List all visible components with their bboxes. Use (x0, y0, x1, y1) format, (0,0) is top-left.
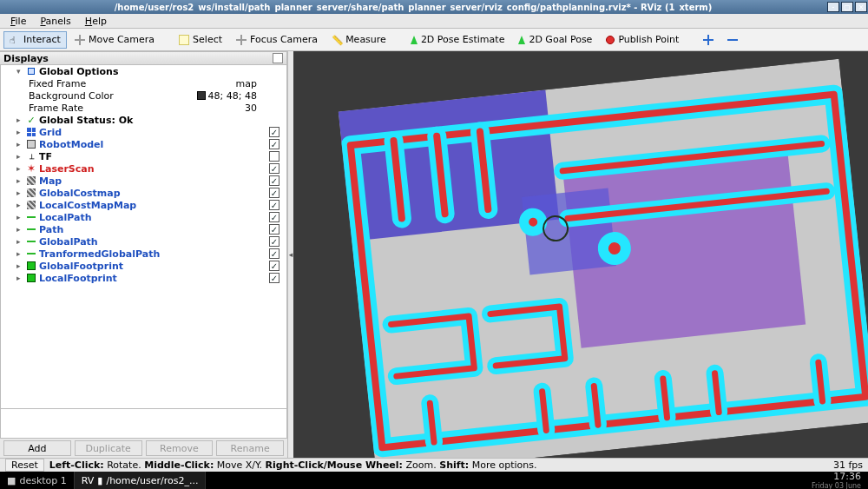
displays-panel-dock-toggle[interactable] (273, 53, 283, 63)
tree-item-gfp[interactable]: ▸GlobalFootprint✓ (1, 260, 286, 272)
tool-pose-estimate-label: 2D Pose Estimate (421, 34, 505, 45)
tree-background-color-value[interactable]: 48; 48; 48 (197, 90, 257, 102)
tree-item-tf-checkbox[interactable] (269, 151, 279, 162)
tree-item-gpath[interactable]: ▸GlobalPath✓ (1, 235, 286, 248)
tree-background-color[interactable]: Background Color 48; 48; 48 (1, 89, 286, 102)
tree-fixed-frame-value[interactable]: map (236, 78, 257, 89)
menu-help[interactable]: Help (78, 15, 114, 28)
taskbar-clock: 17:36 Friday 03 June (805, 471, 868, 489)
path-icon (27, 225, 36, 234)
tree-item-lfp-checkbox[interactable]: ✓ (269, 273, 279, 283)
focus-camera-icon (236, 35, 247, 45)
tool-2d-goal-pose[interactable]: 2D Goal Pose (512, 31, 598, 49)
tree-item-grid[interactable]: ▸Grid✓ (1, 126, 286, 138)
select-icon (179, 35, 189, 45)
add-display-button[interactable]: Add (3, 440, 71, 456)
tf-icon: ⟂ (30, 152, 34, 161)
tree-item-lpath-label: LocalPath (39, 212, 92, 223)
pose-estimate-icon (411, 36, 418, 44)
tree-item-map-checkbox[interactable]: ✓ (269, 175, 279, 186)
tree-item-robot-checkbox[interactable]: ✓ (269, 139, 279, 149)
tool-2d-pose-estimate[interactable]: 2D Pose Estimate (404, 31, 511, 49)
laser-icon: ✶ (27, 162, 36, 175)
rename-display-button[interactable]: Rename (216, 440, 284, 456)
tree-item-tf[interactable]: ▸⟂TF (1, 150, 286, 162)
tree-global-options-label: Global Options (39, 66, 118, 77)
menu-file[interactable]: File (3, 15, 33, 28)
tree-item-path-label: Path (39, 224, 63, 235)
tree-item-grid-checkbox[interactable]: ✓ (269, 127, 279, 137)
tree-item-tgpath-checkbox[interactable]: ✓ (269, 248, 279, 259)
tool-interact[interactable]: ☝ Interact (3, 31, 67, 49)
menubar: File Panels Help (0, 14, 868, 29)
tree-item-lcost-label: LocalCostMapMap (39, 200, 136, 211)
tree-item-tgpath[interactable]: ▸TranformedGlobalPath✓ (1, 248, 286, 260)
tree-item-tf-label: TF (39, 151, 52, 162)
menu-panels[interactable]: Panels (33, 15, 77, 28)
tree-global-status[interactable]: ▸ ✓ Global Status: Ok (1, 114, 286, 126)
tree-frame-rate[interactable]: Frame Rate 30 (1, 102, 286, 114)
tree-item-gcost-checkbox[interactable]: ✓ (269, 188, 279, 198)
tool-measure[interactable]: 📏 Measure (326, 31, 392, 49)
tree-global-status-label: Global Status: Ok (39, 115, 133, 126)
tree-item-gfp-checkbox[interactable]: ✓ (269, 261, 279, 271)
tree-item-laser-checkbox[interactable]: ✓ (269, 163, 279, 174)
duplicate-display-button[interactable]: Duplicate (75, 440, 142, 456)
tool-focus-camera[interactable]: Focus Camera (230, 31, 324, 49)
displays-panel-header[interactable]: Displays (0, 51, 287, 65)
tool-add-unknown[interactable] (697, 31, 720, 49)
lpath-icon (27, 213, 36, 221)
taskbar-workspace[interactable]: ■ desktop 1 (0, 472, 75, 489)
tree-item-gpath-checkbox[interactable]: ✓ (269, 236, 279, 247)
tree-fixed-frame[interactable]: Fixed Frame map (1, 77, 286, 89)
tree-item-gcost-label: GlobalCostmap (39, 188, 121, 199)
tree-global-options[interactable]: ▾ Global Options (1, 65, 286, 77)
tool-move-camera-label: Move Camera (89, 34, 155, 45)
tree-item-path[interactable]: ▸Path✓ (1, 223, 286, 235)
tree-item-map-label: Map (39, 175, 62, 187)
map-icon (27, 176, 36, 185)
grid-icon (27, 128, 36, 136)
tree-item-robot-label: RobotModel (39, 139, 103, 150)
viewport-3d[interactable] (293, 51, 868, 458)
window-maximize-button[interactable]: ▢ (841, 2, 853, 12)
tool-interact-label: Interact (23, 34, 61, 45)
tool-move-camera[interactable]: Move Camera (69, 31, 161, 49)
statusbar: Reset Left-Click: Rotate. Middle-Click: … (0, 458, 868, 472)
tool-remove-unknown[interactable] (721, 31, 744, 49)
tree-item-map[interactable]: ▸Map✓ (1, 175, 286, 187)
window-title: /home/user/ros2_ws/install/path_planner_… (115, 3, 713, 12)
gfp-icon (27, 261, 36, 270)
displays-panel: Displays ▾ Global Options Fixed Frame ma… (0, 51, 288, 458)
move-camera-icon (75, 35, 85, 45)
tree-item-grid-label: Grid (39, 127, 62, 138)
tree-item-lcost[interactable]: ▸LocalCostMapMap✓ (1, 199, 286, 211)
robot-icon (27, 140, 36, 149)
taskbar-window-entry[interactable]: RV▮ /home/user/ros2_... (75, 472, 207, 489)
options-icon (28, 68, 35, 75)
window-minimize-button[interactable]: ‐ (827, 2, 839, 12)
tool-publish-point[interactable]: Publish Point (600, 31, 685, 49)
tool-measure-label: Measure (345, 34, 386, 45)
tree-item-path-checkbox[interactable]: ✓ (269, 224, 279, 235)
measure-icon: 📏 (332, 35, 342, 45)
tree-frame-rate-value[interactable]: 30 (245, 102, 257, 114)
tree-item-lcost-checkbox[interactable]: ✓ (269, 200, 279, 210)
tool-select[interactable]: Select (173, 31, 228, 49)
tree-item-gcost[interactable]: ▸GlobalCostmap✓ (1, 187, 286, 199)
tree-item-lpath-checkbox[interactable]: ✓ (269, 212, 279, 222)
displays-tree[interactable]: ▾ Global Options Fixed Frame map Backgro… (0, 65, 287, 409)
plus-icon (703, 35, 713, 45)
tree-item-lpath[interactable]: ▸LocalPath✓ (1, 211, 286, 223)
window-close-button[interactable]: × (855, 2, 867, 12)
tree-item-robot[interactable]: ▸RobotModel✓ (1, 138, 286, 150)
color-swatch-icon (197, 91, 206, 100)
tree-item-lfp[interactable]: ▸LocalFootprint✓ (1, 272, 286, 284)
tree-item-laser[interactable]: ▸✶LaserScan✓ (1, 162, 286, 175)
toolbar: ☝ Interact Move Camera Select Focus Came… (0, 29, 868, 51)
remove-display-button[interactable]: Remove (146, 440, 214, 456)
reset-button[interactable]: Reset (5, 459, 44, 472)
tree-item-laser-label: LaserScan (39, 163, 95, 175)
costmap-visualization (339, 59, 868, 458)
publish-point-icon (606, 36, 615, 44)
